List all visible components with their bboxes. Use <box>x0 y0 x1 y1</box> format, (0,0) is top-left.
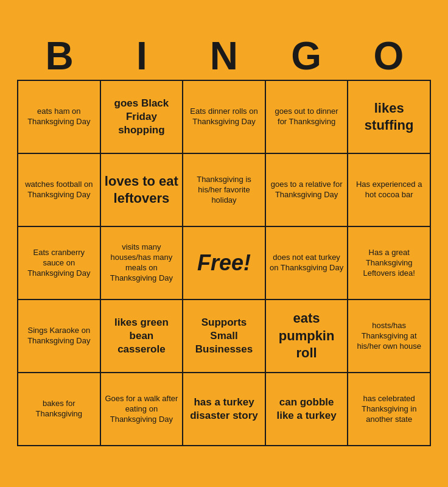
bingo-cell-14: Has a great Thanksgiving Leftovers idea! <box>348 227 431 300</box>
header-letter-G: G <box>267 35 346 77</box>
bingo-cell-8: goes to a relative for Thanksgiving Day <box>266 154 349 227</box>
bingo-cell-18: eats pumpkin roll <box>266 300 349 373</box>
bingo-cell-16: likes green bean casserole <box>101 300 184 373</box>
header-letter-N: N <box>184 35 264 77</box>
bingo-cell-0: eats ham on Thanksgiving Day <box>18 81 101 154</box>
bingo-cell-5: watches football on Thanksgiving Day <box>18 154 101 227</box>
bingo-header: BINGO <box>17 35 431 77</box>
bingo-cell-17: Supports Small Businesses <box>183 300 266 373</box>
bingo-cell-21: Goes for a walk after eating on Thanksgi… <box>101 373 184 446</box>
header-letter-I: I <box>102 35 181 77</box>
bingo-cell-13: does not eat turkey on Thanksgiving Day <box>266 227 349 300</box>
bingo-cell-24: has celebrated Thanksgiving in another s… <box>348 373 431 446</box>
header-letter-O: O <box>349 35 428 77</box>
bingo-cell-23: can gobble like a turkey <box>266 373 349 446</box>
bingo-cell-15: Sings Karaoke on Thanksgiving Day <box>18 300 101 373</box>
bingo-cell-20: bakes for Thanksgiving <box>18 373 101 446</box>
bingo-cell-9: Has experienced a hot cocoa bar <box>348 154 431 227</box>
bingo-cell-6: loves to eat leftovers <box>101 154 184 227</box>
bingo-card: BINGO eats ham on Thanksgiving Daygoes B… <box>5 29 443 458</box>
bingo-grid: eats ham on Thanksgiving Daygoes Black F… <box>17 80 431 446</box>
bingo-cell-7: Thanksgiving is his/her favorite holiday <box>183 154 266 227</box>
bingo-cell-4: likes stuffing <box>348 81 431 154</box>
bingo-cell-3: goes out to dinner for Thanksgiving <box>266 81 349 154</box>
bingo-cell-1: goes Black Friday shopping <box>101 81 184 154</box>
bingo-cell-22: has a turkey disaster story <box>183 373 266 446</box>
bingo-cell-19: hosts/has Thanksgiving at his/her own ho… <box>348 300 431 373</box>
bingo-cell-11: visits many houses/has many meals on Tha… <box>101 227 184 300</box>
bingo-cell-10: Eats cranberry sauce on Thanksgiving Day <box>18 227 101 300</box>
header-letter-B: B <box>20 35 99 77</box>
bingo-cell-12: Free! <box>183 227 266 300</box>
bingo-cell-2: Eats dinner rolls on Thanksgiving Day <box>183 81 266 154</box>
